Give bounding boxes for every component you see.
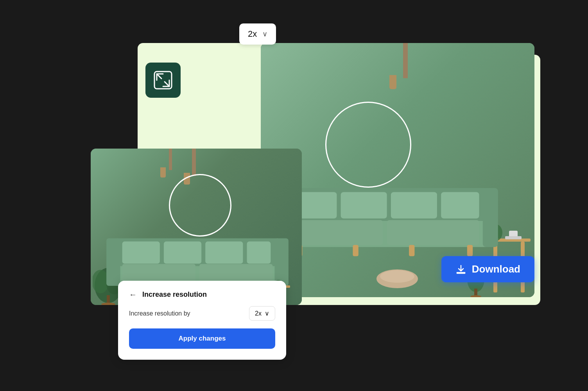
download-label: Download bbox=[472, 263, 520, 275]
svg-rect-12 bbox=[122, 242, 160, 264]
svg-line-1 bbox=[157, 74, 161, 79]
panel-row: Increase resolution by 2x ∨ bbox=[129, 306, 275, 321]
svg-rect-13 bbox=[164, 242, 201, 264]
svg-rect-45 bbox=[387, 220, 479, 245]
dropdown-value: 2x bbox=[248, 29, 257, 39]
back-button[interactable]: ← bbox=[129, 290, 137, 299]
svg-rect-39 bbox=[483, 188, 498, 247]
select-chevron-icon: ∨ bbox=[265, 310, 269, 317]
resolution-panel: ← Increase resolution Increase resolutio… bbox=[118, 281, 286, 360]
chevron-down-icon: ∨ bbox=[262, 30, 267, 38]
svg-point-51 bbox=[380, 270, 414, 283]
panel-header: ← Increase resolution bbox=[129, 290, 275, 299]
large-ottoman bbox=[376, 268, 419, 289]
svg-rect-42 bbox=[391, 192, 437, 219]
svg-rect-15 bbox=[247, 242, 271, 264]
apply-changes-button[interactable]: Apply changes bbox=[129, 328, 275, 349]
download-icon bbox=[455, 264, 466, 275]
svg-rect-47 bbox=[353, 245, 358, 256]
panel-row-label: Increase resolution by bbox=[129, 310, 190, 317]
svg-point-54 bbox=[470, 295, 481, 297]
svg-rect-48 bbox=[409, 245, 414, 256]
svg-rect-33 bbox=[505, 236, 522, 239]
expand-arrows-icon bbox=[153, 70, 173, 90]
svg-rect-49 bbox=[467, 245, 473, 256]
svg-rect-44 bbox=[290, 220, 383, 245]
svg-rect-43 bbox=[441, 192, 479, 219]
download-button[interactable]: Download bbox=[441, 256, 534, 282]
svg-rect-10 bbox=[106, 239, 120, 286]
svg-rect-41 bbox=[341, 192, 387, 219]
expand-icon-box[interactable] bbox=[145, 63, 181, 98]
svg-rect-14 bbox=[205, 242, 243, 264]
main-scene: 2x ∨ bbox=[40, 20, 548, 371]
svg-point-7 bbox=[101, 303, 115, 305]
select-value: 2x bbox=[255, 310, 262, 317]
resolution-dropdown-top[interactable]: 2x ∨ bbox=[239, 23, 276, 45]
panel-title: Increase resolution bbox=[142, 291, 207, 299]
resolution-select[interactable]: 2x ∨ bbox=[249, 306, 275, 321]
svg-line-2 bbox=[165, 82, 169, 86]
